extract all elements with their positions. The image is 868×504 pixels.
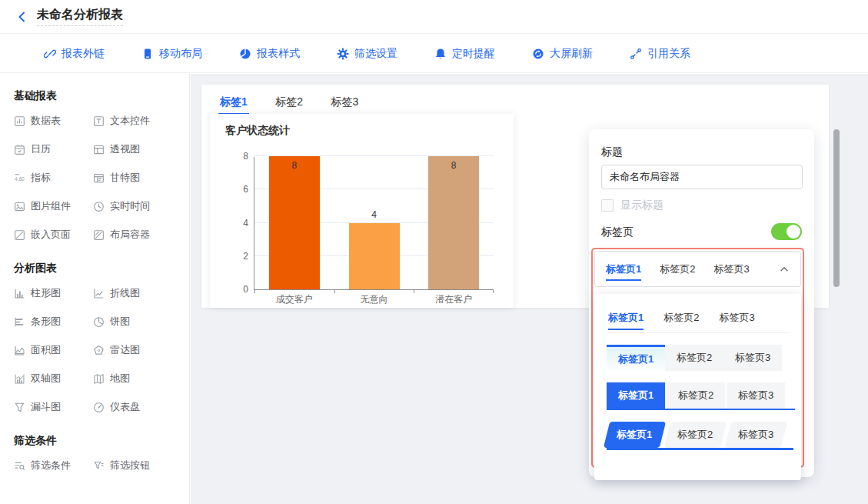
chart-title: 客户状态统计: [225, 124, 290, 138]
pivot-table-icon: [93, 144, 105, 155]
container-tab-1[interactable]: 标签1: [218, 92, 249, 115]
sidebar-item-radar-chart[interactable]: 雷达图: [93, 343, 172, 357]
bar-value-label: 8: [269, 160, 320, 171]
chart-plot: 024688成交客户4无意向8潜在客户: [254, 157, 494, 290]
container-settings-panel: 标题 显示标题 标签页 标签页1 标签页2 标签页3: [589, 129, 814, 477]
filter-condition-icon: [14, 460, 25, 472]
clock-icon: [93, 201, 105, 212]
toolbar-item-external-link[interactable]: 报表外链: [44, 47, 105, 61]
x-axis-category-label: 无意向: [334, 293, 414, 306]
refresh-icon: [532, 48, 544, 60]
container-scrollbar-thumb[interactable]: [833, 129, 840, 287]
sidebar-item-line-chart[interactable]: 折线图: [93, 286, 172, 300]
tab-style-option-card[interactable]: 标签页1 标签页2 标签页3: [607, 345, 789, 371]
sidebar-item-gauge[interactable]: 仪表盘: [93, 400, 172, 414]
section-title-filter-conditions: 筛选条件: [14, 434, 189, 448]
checkbox-unchecked-icon[interactable]: [601, 199, 614, 212]
tab-style-option-slant[interactable]: 标签页1 标签页2 标签页3: [607, 422, 789, 450]
calendar-icon: [14, 144, 25, 155]
container-tab-2[interactable]: 标签2: [274, 92, 304, 115]
link-icon: [44, 48, 56, 60]
container-tab-3[interactable]: 标签3: [330, 92, 361, 115]
chevron-up-icon: [779, 264, 790, 275]
sidebar-item-funnel-chart[interactable]: 漏斗图: [14, 400, 93, 414]
toolbar-item-timed-reminder[interactable]: 定时提醒: [434, 47, 495, 61]
tab-style-option-solid[interactable]: 标签页1 标签页2 标签页3: [607, 382, 789, 410]
sidebar-item-calendar[interactable]: 日历: [14, 142, 93, 156]
dual-axis-icon: [14, 373, 25, 385]
tabs-toggle-on[interactable]: [771, 223, 802, 240]
sidebar-item-text-widget[interactable]: 文本控件: [93, 114, 172, 128]
y-axis-tick-label: 0: [231, 284, 248, 295]
toolbar-item-reference-relations[interactable]: 引用关系: [630, 47, 690, 61]
data-table-icon: [14, 115, 25, 127]
sidebar-item-data-table[interactable]: 数据表: [14, 114, 93, 128]
bar-value-label: 8: [428, 160, 479, 171]
show-title-checkbox-row[interactable]: 显示标题: [601, 199, 663, 212]
embed-page-icon: [14, 229, 25, 241]
y-axis-tick-label: 6: [231, 184, 248, 195]
column-chart-icon: [14, 288, 25, 299]
gear-icon: [337, 48, 349, 60]
bar-潜在客户: 8: [428, 156, 479, 289]
selector-tab-3[interactable]: 标签页3: [713, 262, 749, 276]
chevron-left-icon: [16, 11, 28, 23]
relation-icon: [630, 48, 642, 60]
mobile-icon: [141, 48, 154, 60]
x-axis-category-label: 成交客户: [254, 293, 334, 306]
widget-sidebar: 基础报表 数据表 文本控件 日历 透视图 4,80 指标: [0, 74, 190, 504]
toolbar-item-mobile-layout[interactable]: 移动布局: [141, 47, 202, 61]
area-chart-icon: [14, 345, 25, 356]
section-basic-reports: 数据表 文本控件 日历 透视图 4,80 指标 甘特图: [14, 114, 189, 242]
sidebar-item-filter-condition[interactable]: 筛选条件: [14, 459, 93, 472]
tabs-section-label: 标签页: [601, 225, 634, 239]
show-title-label: 显示标题: [620, 199, 663, 212]
bell-icon: [434, 48, 447, 60]
toolbar-item-filter-settings[interactable]: 筛选设置: [337, 47, 397, 61]
sidebar-item-bar-chart[interactable]: 条形图: [14, 315, 93, 329]
sidebar-item-image-widget[interactable]: 图片组件: [14, 199, 93, 213]
toolbar-item-report-style[interactable]: 报表样式: [239, 47, 300, 61]
filter-button-icon: [93, 460, 105, 472]
tab-style-dropdown: 标签页1 标签页2 标签页3 标签页1 标签页2 标签页3 标签页1 标签页2 …: [594, 294, 801, 480]
container-tab-bar: 标签1 标签2 标签3: [218, 92, 381, 115]
sidebar-item-pivot-table[interactable]: 透视图: [93, 142, 172, 156]
tab-style-selector-header[interactable]: 标签页1 标签页2 标签页3: [594, 251, 801, 287]
selector-tab-2[interactable]: 标签页2: [660, 262, 695, 276]
toolbar: 报表外链 移动布局 报表样式: [0, 35, 868, 73]
container-title-input[interactable]: [601, 165, 803, 189]
pie-style-icon: [239, 48, 251, 60]
chart-widget[interactable]: 客户状态统计 024688成交客户4无意向8潜在客户: [210, 114, 514, 308]
toolbar-item-screen-refresh[interactable]: 大屏刷新: [532, 47, 593, 61]
x-axis-category-label: 潜在客户: [414, 293, 494, 306]
design-canvas: 标签1 标签2 标签3 客户状态统计 024688成交客户4无意向8潜在客户 标…: [191, 74, 868, 504]
sidebar-item-area-chart[interactable]: 面积图: [14, 343, 93, 357]
tab-style-option-underline[interactable]: 标签页1 标签页2 标签页3: [607, 309, 789, 333]
sidebar-item-realtime-clock[interactable]: 实时时间: [93, 199, 172, 213]
gauge-icon: [93, 402, 105, 413]
sidebar-item-layout-container[interactable]: 布局容器: [93, 228, 172, 242]
report-title[interactable]: 未命名分析报表: [37, 7, 123, 26]
map-icon: [93, 373, 105, 385]
sidebar-item-map[interactable]: 地图: [93, 372, 172, 386]
sidebar-item-dual-axis-chart[interactable]: 双轴图: [14, 372, 93, 386]
bar-chart-icon: [14, 316, 25, 328]
selector-tab-1[interactable]: 标签页1: [606, 262, 641, 281]
section-title-analysis-charts: 分析图表: [14, 262, 189, 275]
text-widget-icon: [93, 115, 105, 127]
image-icon: [14, 201, 25, 212]
section-analysis-charts: 柱形图 折线图 条形图 饼图 面积图 雷达图: [14, 286, 189, 414]
sidebar-item-metric[interactable]: 4,80 指标: [14, 171, 93, 185]
y-axis-tick-label: 2: [231, 251, 248, 262]
gantt-icon: [93, 172, 105, 184]
y-axis-tick-label: 4: [231, 218, 248, 229]
sidebar-item-gantt[interactable]: 甘特图: [93, 171, 172, 185]
sidebar-item-column-chart[interactable]: 柱形图: [14, 286, 93, 300]
sidebar-item-pie-chart[interactable]: 饼图: [93, 315, 172, 329]
sidebar-item-embed-page[interactable]: 嵌入页面: [14, 228, 93, 242]
report-designer-window: 未命名分析报表 报表外链 移动布局 报表样式: [0, 0, 868, 504]
sidebar-item-filter-button[interactable]: 筛选按钮: [93, 459, 172, 472]
collapse-button[interactable]: [779, 264, 790, 275]
back-button[interactable]: [14, 8, 31, 25]
svg-text:4,80: 4,80: [15, 175, 25, 181]
